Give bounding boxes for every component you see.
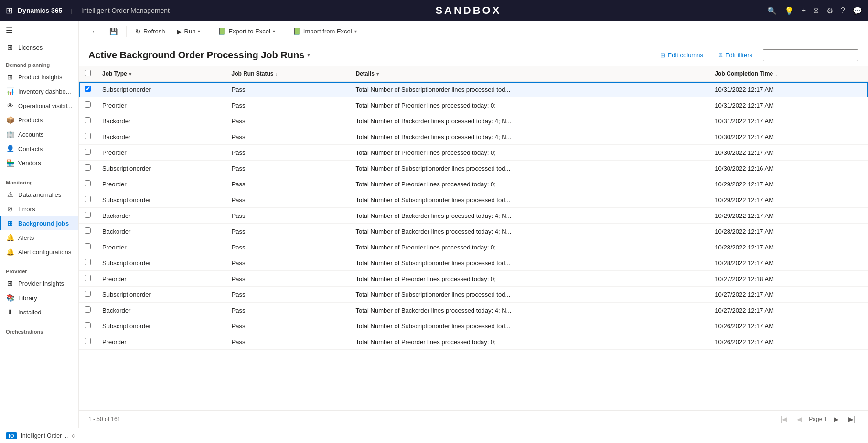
row-checkbox[interactable] (85, 86, 91, 92)
col-header-details[interactable]: Details ▾ (350, 66, 709, 82)
row-checkbox[interactable] (85, 180, 91, 186)
prev-page-button[interactable]: ◀ (794, 414, 805, 424)
table-row[interactable]: Backorder Pass Total Number of Backorder… (79, 303, 868, 318)
table-row[interactable]: Backorder Pass Total Number of Backorder… (79, 224, 868, 239)
table-row[interactable]: Preorder Pass Total Number of Preorder l… (79, 97, 868, 113)
sidebar-item-accounts[interactable]: 🏢 Accounts (0, 127, 78, 141)
operational-icon: 👁 (6, 102, 14, 109)
details-filter-icon[interactable]: ▾ (376, 71, 379, 76)
row-job-type: Preorder (96, 271, 226, 287)
import-button[interactable]: 📗 Import from Excel ▾ (288, 25, 362, 38)
row-checkbox[interactable] (85, 196, 91, 202)
table-row[interactable]: Preorder Pass Total Number of Preorder l… (79, 334, 868, 350)
table-row[interactable]: Preorder Pass Total Number of Preorder l… (79, 239, 868, 255)
sidebar-item-errors[interactable]: ⊘ Errors (0, 202, 78, 216)
row-checkbox[interactable] (85, 291, 91, 297)
row-completion-time: 10/31/2022 12:17 AM (709, 82, 868, 97)
row-details: Total Number of Subscriptionorder lines … (350, 161, 709, 176)
row-checkbox[interactable] (85, 133, 91, 139)
col-header-job-type[interactable]: Job Type ▾ (96, 66, 226, 82)
table-row[interactable]: Backorder Pass Total Number of Backorder… (79, 208, 868, 224)
alert-config-label: Alert configurations (18, 249, 71, 256)
table-row[interactable]: Subscriptionorder Pass Total Number of S… (79, 318, 868, 334)
row-checkbox[interactable] (85, 259, 91, 265)
run-button[interactable]: ▶ Run ▾ (172, 25, 205, 38)
row-checkbox[interactable] (85, 243, 91, 249)
sidebar-item-products[interactable]: 📦 Products (0, 113, 78, 127)
waffle-icon[interactable]: ⊞ (6, 5, 13, 16)
plus-icon[interactable]: + (802, 6, 806, 15)
table-row[interactable]: Subscriptionorder Pass Total Number of S… (79, 192, 868, 208)
row-checkbox[interactable] (85, 338, 91, 344)
row-details: Total Number of Preorder lines processed… (350, 239, 709, 255)
row-checkbox[interactable] (85, 322, 91, 328)
lightbulb-icon[interactable]: 💡 (784, 6, 794, 15)
table-row[interactable]: Preorder Pass Total Number of Preorder l… (79, 176, 868, 192)
table-row[interactable]: Subscriptionorder Pass Total Number of S… (79, 255, 868, 271)
row-checkbox[interactable] (85, 275, 91, 281)
table-row[interactable]: Subscriptionorder Pass Total Number of S… (79, 82, 868, 97)
sidebar-item-data-anomalies[interactable]: ⚠ Data anomalies (0, 187, 78, 202)
table-row[interactable]: Subscriptionorder Pass Total Number of S… (79, 287, 868, 303)
row-status: Pass (226, 129, 350, 145)
help-icon[interactable]: ? (841, 6, 845, 15)
back-button[interactable]: ← (86, 25, 103, 38)
row-checkbox-cell (79, 303, 96, 318)
row-checkbox[interactable] (85, 164, 91, 171)
import-dropdown-icon[interactable]: ▾ (354, 29, 357, 34)
settings-icon[interactable]: ⚙ (826, 6, 833, 15)
table-row[interactable]: Backorder Pass Total Number of Backorder… (79, 113, 868, 129)
row-checkbox[interactable] (85, 212, 91, 218)
search-icon[interactable]: 🔍 (767, 6, 777, 15)
filter-nav-icon[interactable]: ⧖ (814, 6, 819, 15)
select-all-checkbox[interactable] (85, 70, 91, 76)
first-page-button[interactable]: |◀ (778, 414, 791, 424)
row-checkbox[interactable] (85, 306, 91, 313)
table-row[interactable]: Subscriptionorder Pass Total Number of S… (79, 161, 868, 176)
run-dropdown-icon[interactable]: ▾ (198, 29, 200, 34)
job-run-status-sort-icon[interactable]: ↓ (276, 71, 278, 76)
edit-filters-button[interactable]: ⧖ Edit filters (714, 49, 757, 61)
completion-time-sort-icon[interactable]: ↓ (775, 71, 777, 76)
table-row[interactable]: Backorder Pass Total Number of Backorder… (79, 129, 868, 145)
sidebar-item-installed[interactable]: ⬇ Installed (0, 305, 78, 319)
sidebar-item-alert-configurations[interactable]: 🔔 Alert configurations (0, 245, 78, 259)
table-row[interactable]: Preorder Pass Total Number of Preorder l… (79, 145, 868, 161)
save-button[interactable]: 💾 (105, 25, 122, 38)
page-title: Active Background Order Processing Job R… (88, 50, 304, 61)
toolbar-separator-3 (284, 26, 284, 37)
last-page-button[interactable]: ▶| (846, 414, 858, 424)
job-type-filter-icon[interactable]: ▾ (129, 71, 131, 76)
sidebar-hamburger[interactable]: ☰ (0, 21, 78, 40)
sidebar-item-provider-insights[interactable]: ⊞ Provider insights (0, 276, 78, 291)
provider-insights-label: Provider insights (18, 280, 64, 287)
row-checkbox[interactable] (85, 101, 91, 108)
col-header-completion-time[interactable]: Job Completion Time ↓ (709, 66, 868, 82)
row-status: Pass (226, 161, 350, 176)
row-details: Total Number of Preorder lines processed… (350, 145, 709, 161)
edit-columns-button[interactable]: ⊞ Edit columns (655, 49, 708, 61)
export-button[interactable]: 📗 Export to Excel ▾ (213, 25, 279, 38)
next-page-button[interactable]: ▶ (831, 414, 842, 424)
sidebar-item-inventory-dashboard[interactable]: 📊 Inventory dashbo... (0, 84, 78, 98)
sidebar-item-contacts[interactable]: 👤 Contacts (0, 141, 78, 156)
table-row[interactable]: Preorder Pass Total Number of Preorder l… (79, 271, 868, 287)
search-input[interactable] (763, 49, 858, 61)
page-title-dropdown-icon[interactable]: ▾ (307, 52, 310, 58)
chat-icon[interactable]: 💬 (853, 6, 862, 15)
sidebar-item-background-jobs[interactable]: ⊞ Background jobs (0, 216, 78, 230)
row-checkbox[interactable] (85, 117, 91, 123)
sidebar-item-library[interactable]: 📚 Library (0, 291, 78, 305)
sidebar-item-vendors[interactable]: 🏪 Vendors (0, 156, 78, 170)
export-dropdown-icon[interactable]: ▾ (273, 29, 275, 34)
row-checkbox[interactable] (85, 149, 91, 155)
refresh-button[interactable]: ↻ Refresh (130, 25, 170, 38)
row-job-type: Subscriptionorder (96, 255, 226, 271)
jobs-table: Job Type ▾ Job Run Status ↓ (79, 66, 868, 350)
sidebar-item-licenses[interactable]: ⊞ Licenses (0, 40, 78, 55)
sidebar-item-product-insights[interactable]: ⊞ Product insights (0, 70, 78, 84)
row-checkbox[interactable] (85, 227, 91, 234)
sidebar-item-alerts[interactable]: 🔔 Alerts (0, 230, 78, 245)
col-header-job-run-status[interactable]: Job Run Status ↓ (226, 66, 350, 82)
sidebar-item-operational-visibility[interactable]: 👁 Operational visibil... (0, 98, 78, 113)
